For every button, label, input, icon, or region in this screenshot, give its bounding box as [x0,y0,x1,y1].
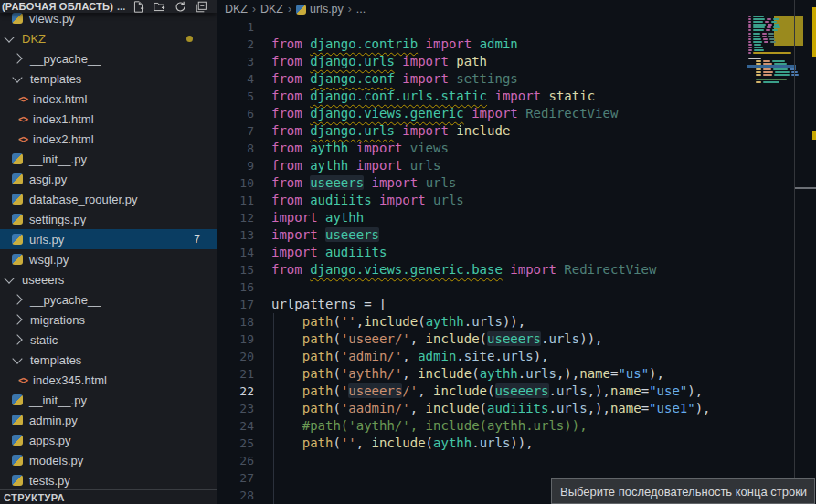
tree-item-label: asgi.py [29,173,67,186]
refresh-explorer-icon[interactable] [175,1,186,13]
code-line-21[interactable]: 21 path('aythh/', include(aythh.urls,),n… [217,365,816,383]
code-line-13[interactable]: 13import useeers [217,226,816,244]
code-line-17[interactable]: 17urlpatterns = [ [217,296,816,313]
code-line-6[interactable]: 6from django.views.generic import Redire… [217,105,816,122]
minimap-line [753,26,765,28]
tree-item-templates[interactable]: templates [0,350,217,370]
workspace-section-header[interactable]: (РАБОЧАЯ ОБЛАСТЬ) ... [0,0,217,13]
minimap-line [748,52,751,54]
minimap-line [753,29,764,31]
tree-item-static[interactable]: static [0,330,217,350]
tree-item-DKZ[interactable]: DKZ [0,28,217,48]
code-line-12[interactable]: 12import aythh [217,209,816,226]
code-line-16[interactable]: 16 [217,278,816,296]
outline-section-header[interactable]: СТРУКТУРА [0,489,217,504]
tree-item-settings.py[interactable]: settings.py [0,209,217,229]
tree-item-models.py[interactable]: models.py [0,450,217,470]
code-line-2[interactable]: 2from django.contrib import admin [217,36,816,53]
minimap-selection-bar [747,65,796,68]
tree-item-admin.py[interactable]: admin.py [0,410,217,430]
breadcrumb-item[interactable]: ... [356,3,366,16]
code-line-20[interactable]: 20 path('admin/', admin.site.urls), [217,348,816,365]
code-line-1[interactable]: 1 [217,18,816,36]
token [418,175,425,190]
code-line-10[interactable]: 10from useeers import urls [217,174,816,192]
breadcrumb-item[interactable]: urls.py [310,3,344,16]
python-file-icon [12,435,23,446]
code-line-11[interactable]: 11from audiiits import urls [217,192,816,209]
code-line-7[interactable]: 7from django.urls import include [217,122,816,140]
token: #path('aythh/', include(aythh.urls)), [271,418,588,433]
token: RedirectView [525,106,618,121]
tree-item-wsgi.py[interactable]: wsgi.py [0,249,217,269]
code-line-24[interactable]: 24 #path('aythh/', include(aythh.urls)), [217,417,816,435]
token: import [271,227,318,242]
minimap-line [768,24,772,26]
tree-item-tests.py[interactable]: tests.py [0,470,217,490]
code-line-9[interactable]: 9from aythh import urls [217,157,816,174]
code-line-5[interactable]: 5from django.conf.urls.static import sta… [217,88,816,105]
tree-item-asgi.py[interactable]: asgi.py [0,169,217,189]
breadcrumb[interactable]: DKZ›DKZ›urls.py›... [217,0,816,18]
minimap-line [763,38,768,40]
tree-item-label: tests.py [29,474,70,488]
token: views [410,141,449,155]
tree-item-useeers[interactable]: useeers [0,269,217,289]
minimap-line [753,52,791,54]
minimap-line [748,26,751,28]
code-line-18[interactable]: 18 path('',include(aythh.urls)), [217,313,816,331]
tree-item-__pycache__[interactable]: __pycache__ [0,48,217,68]
code-line-25[interactable]: 25 path('', include(aythh.urls)), [217,435,816,452]
token: . [472,436,479,450]
line-number: 12 [217,209,254,226]
tree-item-index1.html[interactable]: <>index1.html [0,109,217,129]
python-file-icon [12,254,23,265]
new-folder-icon[interactable] [154,1,165,13]
token: "use1" [649,401,695,415]
code-line-8[interactable]: 8from aythh import views [217,140,816,157]
minimap-line [771,21,777,23]
token: from [271,193,302,207]
code-line-19[interactable]: 19 path('useeer/', include(useeers.urls)… [217,331,816,348]
token: useeers [495,383,549,398]
token: , [356,314,364,329]
token: import [271,245,318,259]
tree-item-index2.html[interactable]: <>index2.html [0,129,217,149]
code-line-3[interactable]: 3from django.urls import path [217,53,816,70]
code-line-4[interactable]: 4from django.conf import settings [217,70,816,88]
tree-item-urls.py[interactable]: urls.py7 [0,229,217,249]
code-text: from django.conf.urls.static import stat… [254,88,595,105]
code-line-15[interactable]: 15from django.views.generic.base import … [217,261,816,278]
code-area[interactable]: 12from django.contrib import admin3from … [217,18,816,504]
minimap[interactable] [748,7,794,89]
token: aythh [480,366,518,381]
token: import [402,71,449,86]
token: from [271,262,302,277]
code-line-23[interactable]: 23 path('aadmin/', include(audiiits.urls… [217,400,816,417]
tree-item-index345.html[interactable]: <>index345.html [0,370,217,390]
minimap-line [748,21,751,23]
collapse-folders-icon[interactable] [196,1,207,13]
tree-item-migrations[interactable]: migrations [0,310,217,330]
breadcrumb-item[interactable]: DKZ [260,3,283,16]
line-number: 16 [217,278,254,296]
overview-ruler[interactable] [794,0,816,504]
code-line-22[interactable]: 22 path('useeers/', include(useeers.urls… [217,383,816,400]
code-text: path('', include(aythh.urls)), [254,435,534,452]
tree-item-database_roouter.py[interactable]: database_roouter.py [0,189,217,209]
tree-item-index.html[interactable]: <>index.html [0,89,217,109]
tree-item-apps.py[interactable]: apps.py [0,430,217,450]
tree-item-__pycache__[interactable]: __pycache__ [0,289,217,310]
tree-item-__init__.py[interactable]: __init__.py [0,149,217,169]
tree-item-__init__.py[interactable]: __init__.py [0,390,217,410]
html-file-icon: <> [18,134,27,144]
token: urls [410,158,441,173]
breadcrumb-item[interactable]: DKZ [225,3,248,16]
minimap-line [768,33,774,35]
token: RedirectView [564,262,656,277]
code-line-26[interactable]: 26 [217,452,816,469]
python-file-icon [12,173,23,184]
code-line-14[interactable]: 14import audiiits [217,244,816,261]
tree-item-templates[interactable]: templates [0,68,217,89]
new-file-icon[interactable] [132,1,144,13]
